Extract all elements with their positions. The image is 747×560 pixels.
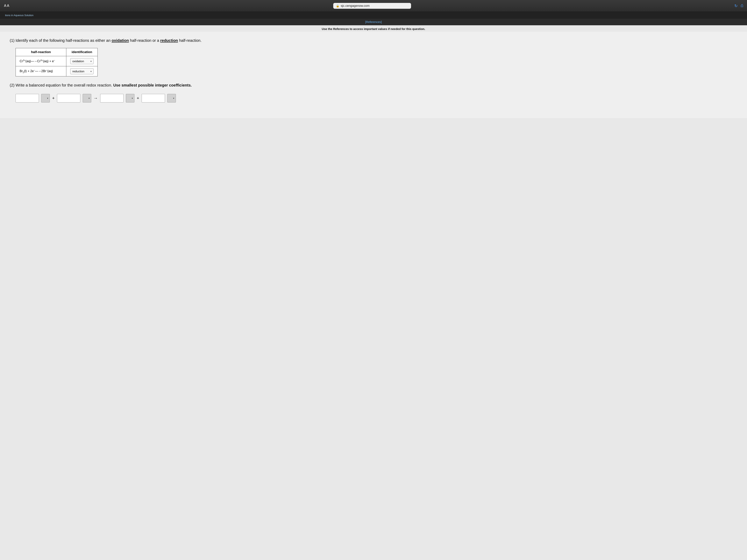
reaction-1-dropdown[interactable]: oxidation reduction — [70, 58, 94, 64]
instructions-text: Use the References to access important v… — [0, 25, 747, 32]
eq-select-wrapper-1[interactable]: 2+ 3+ - — [41, 94, 50, 103]
table-header-row: half-reaction identification — [16, 48, 98, 56]
q2-suffix: Use smallest possible integer coefficien… — [113, 83, 191, 87]
eq-select-3[interactable]: 2+ 3+ - — [126, 94, 134, 103]
q1-prefix: (1) Identify each of the following half-… — [10, 38, 112, 43]
dark-header-bar: [References] — [0, 19, 747, 25]
plus-sign-2: + — [137, 96, 139, 101]
browser-actions: ↻ ⎙ — [735, 3, 743, 8]
oxidation-select-wrapper[interactable]: oxidation reduction — [70, 58, 94, 64]
arrow-symbol: → — [94, 96, 98, 101]
eq-input-4[interactable] — [141, 94, 165, 103]
reduction-select-wrapper[interactable]: oxidation reduction — [70, 68, 94, 74]
browser-chrome: AA 🔒 sjc.cengagenow.com ↻ ⎙ tions in Aqu… — [0, 0, 747, 19]
eq-select-wrapper-3[interactable]: 2+ 3+ - — [126, 94, 134, 103]
refresh-button[interactable]: ↻ — [735, 3, 738, 8]
url-text: sjc.cengagenow.com — [341, 4, 370, 7]
table-row: Br2(l) + 2e−—→2Br−(aq) oxidation reducti… — [16, 66, 98, 76]
eq-input-2[interactable] — [57, 94, 80, 103]
nav-tab-label: tions in Aqueous Solution — [3, 13, 35, 18]
reactions-table: half-reaction identification Cr2+(aq)—→C… — [16, 48, 98, 76]
identification-2-cell[interactable]: oxidation reduction — [66, 66, 98, 76]
q2-prefix: (2) Write a balanced equation for the ov… — [10, 83, 113, 87]
col-identification-header: identification — [66, 48, 98, 56]
eq-select-wrapper-2[interactable]: 2+ 3+ - — [83, 94, 91, 103]
question-2-block: (2) Write a balanced equation for the ov… — [10, 82, 737, 103]
share-button[interactable]: ⎙ — [741, 3, 743, 8]
page-content: [References] Use the References to acces… — [0, 19, 747, 560]
eq-select-1[interactable]: 2+ 3+ - — [41, 94, 50, 103]
reduction-keyword: reduction — [160, 38, 178, 43]
lock-icon: 🔒 — [336, 4, 339, 7]
table-row: Cr2+(aq)—→Cr3+(aq) + e− oxidation reduct… — [16, 56, 98, 66]
equation-builder: 2+ 3+ - + 2+ 3+ - → — [16, 94, 737, 103]
col-half-reaction-header: half-reaction — [16, 48, 66, 56]
question-1-text: (1) Identify each of the following half-… — [10, 37, 737, 43]
reaction-2-dropdown[interactable]: oxidation reduction — [70, 68, 94, 74]
eq-input-3[interactable] — [100, 94, 124, 103]
question-2-text: (2) Write a balanced equation for the ov… — [10, 82, 737, 88]
identification-1-cell[interactable]: oxidation reduction — [66, 56, 98, 66]
references-link[interactable]: [References] — [365, 20, 382, 24]
plus-sign-1: + — [52, 96, 55, 101]
eq-select-4[interactable]: 2+ 3+ - — [167, 94, 176, 103]
eq-select-2[interactable]: 2+ 3+ - — [83, 94, 91, 103]
question-1-block: (1) Identify each of the following half-… — [10, 37, 737, 76]
reaction-1-cell: Cr2+(aq)—→Cr3+(aq) + e− — [16, 56, 66, 66]
eq-input-1[interactable] — [16, 94, 39, 103]
navigation-bar: tions in Aqueous Solution — [0, 12, 747, 19]
url-bar[interactable]: 🔒 sjc.cengagenow.com — [333, 3, 411, 9]
q1-suffix: half-reaction. — [178, 38, 202, 43]
oxidation-keyword: oxidation — [112, 38, 129, 43]
browser-top-bar: AA 🔒 sjc.cengagenow.com ↻ ⎙ — [0, 0, 747, 12]
eq-select-wrapper-4[interactable]: 2+ 3+ - — [167, 94, 176, 103]
q1-middle: half-reaction or a — [129, 38, 160, 43]
aa-label: AA — [4, 4, 10, 8]
main-content: (1) Identify each of the following half-… — [0, 32, 747, 118]
reaction-2-cell: Br2(l) + 2e−—→2Br−(aq) — [16, 66, 66, 76]
